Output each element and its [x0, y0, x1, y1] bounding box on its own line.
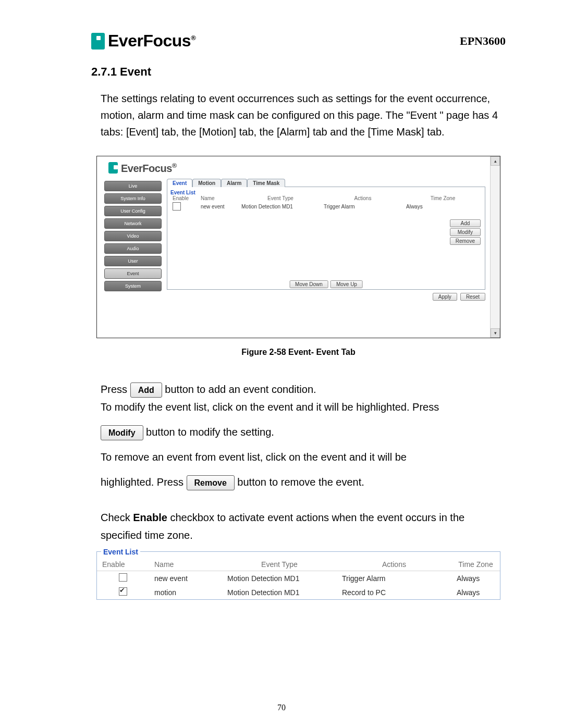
- nav-network[interactable]: Network: [104, 218, 162, 229]
- event-list-table: Enable Name Event Type Actions Time Zone…: [97, 558, 500, 599]
- nav-sidebar: Live System Info User Config Network Vid…: [97, 178, 167, 338]
- add-button[interactable]: Add: [450, 219, 481, 227]
- text: Press: [101, 384, 130, 395]
- cell-event-type: Motion Detection MD1: [222, 571, 337, 586]
- text: To remove an event from event list, clic…: [101, 448, 498, 466]
- table-row[interactable]: new event Motion Detection MD1 Trigger A…: [97, 571, 500, 586]
- tab-event[interactable]: Event: [167, 179, 192, 187]
- col-event-type: Event Type: [222, 558, 337, 571]
- nav-live[interactable]: Live: [104, 181, 162, 191]
- enable-checkbox[interactable]: [173, 202, 181, 211]
- table-row[interactable]: new event Motion Detection MD1 Trigger A…: [170, 201, 482, 213]
- cell-actions: Record to PC: [337, 585, 451, 599]
- col-event-type: Event Type: [239, 195, 322, 201]
- nav-event[interactable]: Event: [104, 268, 162, 279]
- nav-video[interactable]: Video: [104, 231, 162, 241]
- col-actions: Actions: [322, 195, 404, 201]
- apply-button[interactable]: Apply: [433, 293, 457, 301]
- logo-icon: [91, 33, 105, 50]
- tab-motion[interactable]: Motion: [192, 179, 221, 187]
- cell-time-zone: Always: [404, 201, 482, 213]
- cell-time-zone: Always: [451, 585, 500, 599]
- event-list-figure: Event List Enable Name Event Type Action…: [96, 551, 500, 600]
- text: button to modify the setting.: [146, 426, 274, 438]
- scrollbar[interactable]: ▴ ▾: [490, 156, 500, 338]
- screenshot-event-tab: EverFocus® Live System Info User Config …: [96, 156, 500, 338]
- add-button-inline[interactable]: Add: [130, 382, 162, 398]
- cell-time-zone: Always: [451, 571, 500, 586]
- figure-caption: Figure 2-58 Event- Event Tab: [91, 348, 506, 357]
- text: Check: [101, 512, 133, 523]
- remove-button[interactable]: Remove: [450, 237, 481, 245]
- enable-checkbox[interactable]: [119, 573, 127, 582]
- tab-time-mask[interactable]: Time Mask: [247, 179, 285, 187]
- tab-alarm[interactable]: Alarm: [221, 179, 247, 187]
- remove-button-inline[interactable]: Remove: [187, 475, 235, 490]
- cell-name: new event: [199, 201, 239, 213]
- col-actions: Actions: [337, 558, 451, 571]
- fieldset-title: Event List: [101, 548, 140, 556]
- fieldset-title: Event List: [170, 190, 195, 195]
- model-label: EPN3600: [460, 34, 506, 48]
- event-panel: Event List Enable Name Event Type Action…: [167, 187, 485, 290]
- page-number: 70: [0, 703, 563, 712]
- brand-logo: EverFocus®: [91, 31, 195, 51]
- cell-event-type: Motion Detection MD1: [222, 585, 337, 599]
- tabs: Event Motion Alarm Time Mask: [167, 179, 485, 187]
- text: button to add an event condition.: [165, 384, 316, 395]
- cell-actions: Trigger Alarm: [337, 571, 451, 586]
- move-up-button[interactable]: Move Up: [331, 280, 363, 288]
- cell-actions: Trigger Alarm: [322, 201, 404, 213]
- reset-button[interactable]: Reset: [460, 293, 485, 301]
- cell-name: new event: [149, 571, 222, 586]
- text: highlighted. Press: [101, 476, 187, 488]
- col-name: Name: [149, 558, 222, 571]
- text: button to remove the event.: [237, 476, 364, 488]
- nav-user-config[interactable]: User Config: [104, 206, 162, 216]
- col-enable: Enable: [97, 558, 149, 571]
- move-down-button[interactable]: Move Down: [289, 280, 328, 288]
- nav-audio[interactable]: Audio: [104, 243, 162, 254]
- cell-event-type: Motion Detection MD1: [239, 201, 322, 213]
- nav-user[interactable]: User: [104, 256, 162, 266]
- col-enable: Enable: [170, 195, 199, 201]
- scroll-down-icon[interactable]: ▾: [491, 328, 500, 338]
- event-table: Enable Name Event Type Actions Time Zone…: [170, 195, 482, 213]
- enable-word: Enable: [133, 512, 167, 523]
- intro-paragraph: The settings relating to event occurrenc…: [101, 90, 498, 140]
- nav-system-info[interactable]: System Info: [104, 193, 162, 204]
- modify-button-inline[interactable]: Modify: [101, 425, 143, 440]
- table-row[interactable]: motion Motion Detection MD1 Record to PC…: [97, 585, 500, 599]
- col-time-zone: Time Zone: [451, 558, 500, 571]
- section-heading: 2.7.1 Event: [91, 65, 506, 79]
- cell-name: motion: [149, 585, 222, 599]
- col-time-zone: Time Zone: [404, 195, 482, 201]
- nav-system[interactable]: System: [104, 281, 162, 291]
- col-name: Name: [199, 195, 239, 201]
- enable-checkbox[interactable]: [119, 587, 127, 596]
- scroll-up-icon[interactable]: ▴: [491, 156, 500, 166]
- modify-button[interactable]: Modify: [450, 228, 481, 236]
- trademark: ®: [191, 34, 195, 42]
- text: To modify the event list, click on the e…: [101, 401, 439, 413]
- brand-name: EverFocus: [108, 31, 191, 50]
- logo-icon: [108, 162, 118, 174]
